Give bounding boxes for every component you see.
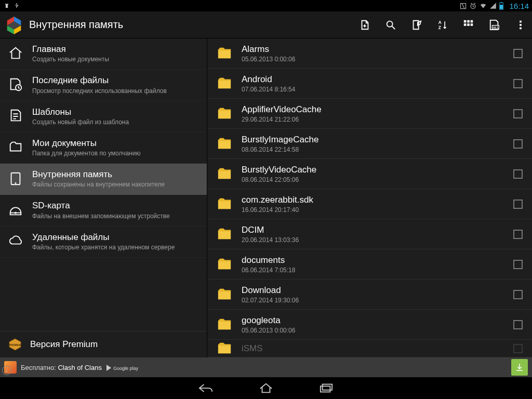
file-checkbox[interactable] <box>513 320 523 329</box>
app-logo-icon[interactable] <box>4 15 24 35</box>
file-checkbox[interactable] <box>513 230 523 239</box>
overflow-menu-button[interactable] <box>513 18 528 32</box>
sidebar-item-subtitle: Файлы на внешнем запоминающем устройстве <box>32 212 170 220</box>
file-name: Alarms <box>242 44 504 55</box>
file-date: 29.06.2014 21:22:06 <box>242 116 504 123</box>
file-date: 06.06.2014 7:05:18 <box>242 267 504 274</box>
file-name: Download <box>242 285 504 296</box>
select-all-button[interactable]: ALL <box>487 18 502 32</box>
wifi-icon <box>479 2 487 9</box>
file-name: BurstlyImageCache <box>242 135 504 145</box>
file-checkbox[interactable] <box>513 49 523 58</box>
file-checkbox[interactable] <box>513 344 523 353</box>
file-row[interactable]: Download02.07.2014 19:30:06 <box>207 280 532 310</box>
nav-recents-button[interactable] <box>317 381 336 395</box>
ad-info-icon[interactable]: i <box>2 366 11 375</box>
sidebar-item-sdcard[interactable]: SD-картаФайлы на внешнем запоминающем ус… <box>0 195 207 226</box>
nav-back-button[interactable] <box>196 381 215 395</box>
svg-rect-14 <box>471 20 473 22</box>
file-date: 02.07.2014 19:30:06 <box>242 297 504 304</box>
sidebar-item-title: Внутренняя память <box>32 169 165 180</box>
sidebar-item-cloud[interactable]: Удаленные файлыФайлы, которые хранятся н… <box>0 227 207 258</box>
folder-icon <box>217 317 232 332</box>
android-navbar <box>0 377 532 399</box>
sidebar-premium[interactable]: PREMIUM Версия Premium <box>0 331 207 357</box>
sidebar-item-title: Шаблоны <box>32 107 129 117</box>
clock: 16:14 <box>509 2 529 10</box>
edit-button[interactable] <box>409 18 424 32</box>
sidebar-item-docs[interactable]: Мои документыПапка для документов по умо… <box>0 132 207 164</box>
file-checkbox[interactable] <box>513 260 523 269</box>
alarm-icon <box>469 2 477 10</box>
sort-button[interactable]: AZ <box>435 18 450 32</box>
sidebar: ГлавнаяСоздать новые документыПоследние … <box>0 38 207 357</box>
file-date: 16.06.2014 20:17:40 <box>242 206 504 214</box>
folder-icon <box>217 106 232 122</box>
file-date: 08.06.2014 22:05:06 <box>242 176 504 183</box>
view-grid-button[interactable] <box>461 18 476 32</box>
svg-text:ALL: ALL <box>493 25 499 29</box>
sidebar-item-device[interactable]: Внутренняя памятьФайлы сохранены на внут… <box>0 164 207 195</box>
new-doc-button[interactable] <box>357 18 372 32</box>
sidebar-item-template[interactable]: ШаблоныСоздать новый файл из шаблона <box>0 101 207 132</box>
ad-text: Бесплатно: Clash of Clans <box>21 364 102 371</box>
signal-icon <box>489 2 497 9</box>
folder-icon <box>217 257 232 272</box>
folder-icon <box>217 196 232 212</box>
file-row[interactable]: BurstlyVideoCache08.06.2014 22:05:06 <box>207 159 532 189</box>
premium-badge-icon: PREMIUM <box>8 338 22 351</box>
ad-download-button[interactable] <box>511 359 528 376</box>
folder-icon <box>217 46 232 61</box>
sidebar-item-title: Главная <box>32 44 109 55</box>
file-date: 07.06.2014 8:16:54 <box>242 86 504 93</box>
sidebar-item-subtitle: Просмотр последних использованных файлов <box>32 87 167 95</box>
file-checkbox[interactable] <box>513 79 523 88</box>
sdcard-icon <box>7 202 24 218</box>
svg-marker-25 <box>107 365 111 371</box>
file-row[interactable]: com.zeerabbit.sdk16.06.2014 20:17:40 <box>207 189 532 219</box>
search-button[interactable] <box>383 18 398 32</box>
file-checkbox[interactable] <box>513 290 523 299</box>
svg-rect-2 <box>501 2 502 3</box>
file-checkbox[interactable] <box>513 109 523 118</box>
file-checkbox[interactable] <box>513 139 523 149</box>
android-statusbar: 16:14 <box>0 0 532 11</box>
file-name: com.zeerabbit.sdk <box>242 195 504 205</box>
file-row[interactable]: ApplifierVideoCache29.06.2014 21:22:06 <box>207 99 532 129</box>
svg-rect-22 <box>520 27 522 29</box>
file-row[interactable]: BurstlyImageCache08.06.2014 22:14:58 <box>207 129 532 159</box>
svg-text:PREMIUM: PREMIUM <box>9 343 21 347</box>
file-row[interactable]: documents06.06.2014 7:05:18 <box>207 249 532 280</box>
file-date: 05.06.2013 0:00:06 <box>242 327 504 334</box>
home-icon <box>7 45 24 62</box>
file-row[interactable]: Alarms05.06.2013 0:00:06 <box>207 38 532 69</box>
ad-banner[interactable]: Бесплатно: Clash of Clans Google play i <box>0 357 532 377</box>
rotation-lock-icon <box>459 2 467 10</box>
nav-home-button[interactable] <box>257 381 275 395</box>
file-checkbox[interactable] <box>513 169 523 179</box>
svg-rect-28 <box>323 384 332 390</box>
file-row[interactable]: iSMS <box>207 340 532 357</box>
file-row[interactable]: Android07.06.2014 8:16:54 <box>207 69 532 99</box>
appbar-title: Внутренняя память <box>29 19 357 31</box>
file-name: ApplifierVideoCache <box>242 104 504 115</box>
sidebar-item-home[interactable]: ГлавнаяСоздать новые документы <box>0 38 207 70</box>
sidebar-item-subtitle: Создать новый файл из шаблона <box>32 118 129 126</box>
file-date: 08.06.2014 22:14:58 <box>242 146 504 153</box>
sidebar-item-subtitle: Создать новые документы <box>32 56 109 63</box>
file-row[interactable]: DCIM20.06.2014 13:03:36 <box>207 219 532 249</box>
file-date: 05.06.2013 0:00:06 <box>242 56 504 63</box>
svg-rect-15 <box>464 23 467 26</box>
sidebar-item-recent[interactable]: Последние файлыПросмотр последних исполь… <box>0 70 207 101</box>
folder-icon <box>217 287 232 302</box>
svg-text:A: A <box>438 20 442 25</box>
folder-icon <box>217 76 232 91</box>
file-checkbox[interactable] <box>513 200 523 209</box>
sidebar-item-title: Удаленные файлы <box>32 232 175 243</box>
svg-text:Z: Z <box>438 25 441 30</box>
sidebar-item-subtitle: Файлы, которые хранятся на удаленном сер… <box>32 244 175 251</box>
file-row[interactable]: googleota05.06.2013 0:00:06 <box>207 310 532 340</box>
sidebar-item-title: Мои документы <box>32 138 140 149</box>
sidebar-item-subtitle: Папка для документов по умолчанию <box>32 150 140 157</box>
premium-label: Версия Premium <box>30 339 98 350</box>
